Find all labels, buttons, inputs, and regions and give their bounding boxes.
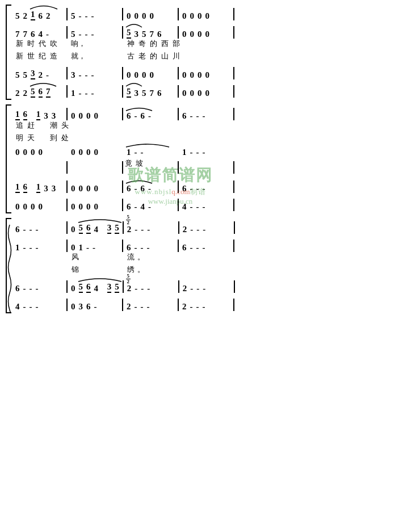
note-4c: 4 (182, 202, 187, 212)
dash-36: - (135, 225, 137, 234)
frac-num2: 5 (127, 274, 130, 279)
note-0r: 0 (190, 70, 195, 80)
note-6-r10b: 6 (182, 243, 187, 253)
bar-6 (122, 26, 123, 39)
bar-35 (178, 221, 179, 234)
note-2-r12b: 2 (182, 302, 187, 312)
bar-4 (233, 8, 234, 20)
dash-52: - (203, 243, 205, 253)
lc-19: 山 (161, 51, 169, 61)
dash-57: - (141, 284, 144, 293)
note-5: 5 (15, 11, 20, 21)
lc-27: 到 (49, 133, 57, 143)
note-0an: 0 (94, 184, 99, 194)
dash-19: - (203, 111, 205, 121)
note-0au: 0 (86, 202, 91, 212)
dash-4: - (46, 30, 49, 39)
row-12-notes: 4 - - - 0 3 6 - 2 - - - (14, 295, 414, 311)
measure-31: 6 - 4 - (125, 202, 176, 212)
dash-64: - (36, 302, 39, 312)
measure-32: 4 - - - (180, 202, 232, 212)
note-6-r12: 6 (86, 302, 91, 312)
frac-52: 5 2 (126, 215, 131, 225)
bar-46 (122, 299, 123, 311)
lyric-m2: 响， (69, 39, 120, 49)
lyrics-row-1: 新 时 代 吹 响， 神 奇 的 西 部 (14, 39, 414, 49)
note-3b: 3 (71, 70, 75, 80)
note-0i: 0 (182, 30, 187, 39)
note-0aw: 0 (71, 225, 75, 234)
dash-54: - (30, 284, 32, 293)
bar-9 (66, 67, 68, 79)
tie-group-1: 1 6 2 (29, 10, 52, 21)
note-6-ul2: 6 (23, 182, 28, 194)
wavy-bracket (7, 219, 12, 312)
note-0m: 0 (127, 70, 131, 80)
bar-28 (233, 180, 234, 193)
note-1-r10: 1 (15, 243, 20, 253)
dash-mid1: - (135, 148, 137, 157)
note-2b: 2 (46, 11, 51, 21)
lyric-m9c: 流 。 (125, 252, 176, 262)
measure-20: 6 - - - (180, 111, 232, 121)
bar-12 (233, 67, 234, 79)
dash-25: - (190, 184, 193, 194)
note-7d: 7 (150, 89, 154, 98)
bar-24 (233, 161, 234, 174)
bar-19 (178, 108, 179, 120)
note-6f: 6 (127, 111, 131, 121)
tie-arc-1 (29, 2, 58, 10)
measure-5: 7 7 6 4 - (14, 30, 65, 39)
section-3-content: 6 - - - 0 5 6 4 (14, 218, 414, 313)
dash-47: - (135, 243, 137, 253)
note-6g: 6 (141, 111, 145, 121)
dash-56: - (135, 284, 137, 293)
dash-42: - (23, 243, 26, 253)
measure-37: 1 - - - (14, 243, 65, 253)
bar-40 (233, 240, 234, 252)
note-7c: 7 (150, 30, 154, 39)
bar-21 (66, 161, 68, 174)
measure-42: 0 5 6 4 3 5 (69, 282, 121, 293)
note-5-b9b: 5 (115, 282, 119, 293)
lc-17: 老 (138, 51, 146, 61)
dash-44: - (36, 243, 39, 253)
measure-21: 0 0 0 0 (14, 148, 65, 157)
section-3-bracket-container (6, 218, 11, 313)
bar-18 (122, 108, 123, 120)
frac-den: 2 (127, 220, 130, 225)
dash-67: - (141, 302, 144, 312)
lc-5: 响， (71, 39, 86, 49)
bar-7 (178, 26, 179, 39)
bar-5 (66, 26, 68, 39)
bar-39 (178, 240, 179, 252)
bar-44 (234, 280, 235, 293)
measure-22: 0 0 0 0 (69, 148, 120, 157)
dash-32: - (203, 202, 205, 212)
tie-group-7: 6 - 6 - (125, 184, 153, 194)
note-0ac: 0 (15, 148, 20, 157)
measure-34: 0 5 6 4 3 5 (69, 223, 121, 234)
measure-1: 5 2 1 6 2 (14, 10, 65, 21)
note-2d: 2 (15, 89, 20, 98)
dash-63: - (30, 302, 32, 312)
note-1c-ul: 1 (36, 110, 41, 121)
dash-27: - (203, 184, 205, 194)
measure-33: 6 - - - (14, 225, 65, 234)
lc-2: 时 (27, 39, 35, 49)
lc-30: 流 (127, 252, 135, 262)
dash-69: - (190, 302, 193, 312)
dash-5: - (79, 30, 82, 39)
dash-17: - (190, 111, 193, 121)
spacer-1 (31, 111, 33, 121)
dash-55: - (36, 284, 39, 293)
section-1: 5 2 1 6 2 5 - (6, 5, 414, 100)
dash-62: - (23, 302, 26, 312)
measure-44: 2 - - - (181, 284, 232, 293)
dash-59: - (190, 284, 193, 293)
dash-23: - (135, 184, 137, 194)
dash-66: - (135, 302, 137, 312)
dash-48: - (141, 243, 144, 253)
note-0o: 0 (142, 70, 146, 80)
bar-45 (66, 299, 68, 311)
